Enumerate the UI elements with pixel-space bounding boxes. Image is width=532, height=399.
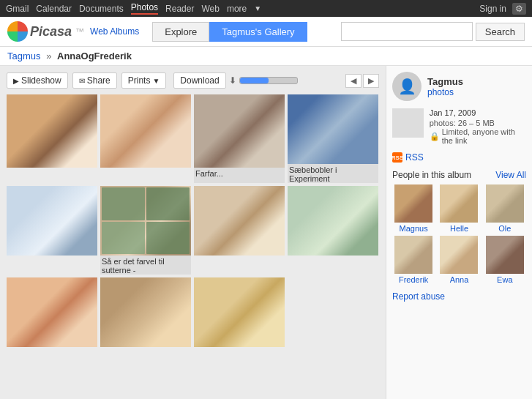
prints-button[interactable]: Prints ▼ — [121, 72, 167, 89]
photo-4[interactable] — [288, 94, 378, 164]
photo-8[interactable] — [288, 186, 378, 256]
search-input[interactable] — [341, 22, 473, 41]
people-header: People in this album View All — [392, 170, 526, 180]
person-ewa[interactable]: Ewa — [484, 236, 526, 284]
tab-explore[interactable]: Explore — [152, 22, 209, 42]
person-anna-thumb — [440, 236, 478, 274]
person-ole[interactable]: Ole — [484, 184, 526, 233]
person-anna[interactable]: Anna — [438, 236, 480, 284]
signin-link[interactable]: Sign in — [479, 4, 506, 14]
picasa-circle-icon — [7, 21, 28, 42]
download-area: Download ⬇ — [173, 72, 297, 89]
person-icon — [398, 78, 416, 95]
topbar-right: Sign in ⚙ — [479, 3, 526, 15]
photo-4-caption: Sæbebobler i Experiment — [288, 165, 378, 183]
nav-more[interactable]: more — [227, 4, 247, 14]
search-area: Search — [341, 22, 525, 41]
person-frederik-thumb — [394, 236, 432, 274]
breadcrumb-separator: » — [46, 51, 51, 61]
photo-2[interactable] — [100, 94, 191, 168]
person-ole-thumb — [486, 184, 524, 223]
prints-dropdown-arrow: ▼ — [152, 77, 160, 85]
download-button[interactable]: Download — [173, 72, 225, 89]
share-label: Share — [87, 75, 110, 86]
nav-next-button[interactable]: ▶ — [363, 74, 379, 88]
album-date: Jan 17, 2009 — [430, 108, 526, 117]
report-abuse-link[interactable]: Report abuse — [392, 291, 526, 302]
photo-3-container: Farfar... — [194, 94, 285, 183]
rss-label: RSS — [405, 152, 424, 163]
slideshow-button[interactable]: Slideshow — [7, 72, 68, 89]
download-label: Download — [180, 75, 219, 86]
nav-reader[interactable]: Reader — [165, 4, 194, 14]
download-icon: ⬇ — [229, 75, 236, 86]
progress-bar-container — [239, 77, 298, 84]
album-thumbnail[interactable] — [392, 108, 424, 138]
people-section: People in this album View All Magnus Hel… — [392, 170, 526, 284]
photo-5[interactable] — [7, 186, 97, 256]
breadcrumb-parent[interactable]: Tagmus — [7, 51, 41, 61]
person-ole-name: Ole — [484, 224, 526, 233]
album-panel: Slideshow Share Prints ▼ Download ⬇ ◀ — [0, 66, 386, 399]
settings-icon[interactable]: ⚙ — [512, 3, 526, 15]
photo-3[interactable] — [194, 94, 285, 168]
person-magnus[interactable]: Magnus — [392, 184, 435, 233]
username: Tagmus — [427, 76, 463, 87]
share-button[interactable]: Share — [72, 72, 117, 89]
nav-more-arrow: ▼ — [254, 4, 261, 12]
person-ewa-thumb — [486, 236, 524, 274]
people-grid: Magnus Helle Ole Frederik Anna — [392, 184, 526, 284]
photo-6[interactable] — [100, 186, 191, 256]
user-avatar — [392, 72, 422, 101]
picasa-logo: Picasa ™ — [7, 21, 84, 42]
share-icon — [79, 75, 85, 86]
trademark: ™ — [75, 26, 84, 37]
nav-gmail[interactable]: Gmail — [6, 4, 29, 14]
picasa-text: Picasa — [30, 24, 72, 40]
nav-documents[interactable]: Documents — [79, 4, 124, 14]
progress-bar — [240, 78, 269, 83]
person-frederik-name: Frederik — [392, 275, 435, 284]
header: Picasa ™ Web Albums Explore Tagmus's Gal… — [0, 17, 532, 47]
album-privacy: 🔒 Limited, anyone with the link — [430, 127, 526, 145]
slideshow-icon — [13, 75, 19, 86]
tab-tagmus-gallery[interactable]: Tagmus's Gallery — [209, 22, 307, 42]
header-tabs: Explore Tagmus's Gallery — [152, 22, 307, 42]
album-size: photos: 26 – 5 MB — [430, 119, 526, 127]
nav-calendar[interactable]: Calendar — [36, 4, 72, 14]
person-helle[interactable]: Helle — [438, 184, 480, 233]
toolbar: Slideshow Share Prints ▼ Download ⬇ ◀ — [4, 70, 382, 93]
web-albums-link[interactable]: Web Albums — [90, 26, 139, 37]
topbar: Gmail Calendar Documents Photos Reader W… — [0, 0, 532, 17]
rss-icon: RSS — [392, 152, 402, 163]
photo-11[interactable] — [194, 277, 285, 347]
nav-prev-button[interactable]: ◀ — [345, 74, 361, 88]
person-magnus-name: Magnus — [392, 224, 435, 233]
photo-grid: Farfar... Sæbebobler i Experiment Så er … — [4, 93, 382, 348]
person-anna-name: Anna — [438, 275, 480, 284]
person-helle-thumb — [440, 184, 478, 223]
user-details: Tagmus photos — [427, 76, 463, 97]
person-ewa-name: Ewa — [484, 275, 526, 284]
person-frederik[interactable]: Frederik — [392, 236, 435, 284]
breadcrumb-current: AnnaOgFrederik — [57, 51, 132, 61]
nav-arrows: ◀ ▶ — [345, 74, 379, 88]
album-info: Jan 17, 2009 photos: 26 – 5 MB 🔒 Limited… — [392, 108, 526, 145]
album-details: Jan 17, 2009 photos: 26 – 5 MB 🔒 Limited… — [430, 108, 526, 145]
photo-10[interactable] — [100, 277, 191, 347]
search-button[interactable]: Search — [476, 23, 525, 41]
photo-3-caption: Farfar... — [194, 169, 285, 178]
view-all-link[interactable]: View All — [495, 170, 526, 180]
photo-7[interactable] — [194, 186, 285, 256]
people-title: People in this album — [392, 170, 471, 180]
person-magnus-thumb — [394, 184, 432, 223]
rss-link[interactable]: RSS RSS — [392, 152, 526, 163]
nav-web[interactable]: Web — [201, 4, 219, 14]
user-photos-link[interactable]: photos — [427, 87, 454, 97]
right-panel: Tagmus photos Jan 17, 2009 photos: 26 – … — [386, 66, 532, 399]
photo-9[interactable] — [7, 277, 97, 347]
nav-photos[interactable]: Photos — [131, 2, 158, 15]
user-info: Tagmus photos — [392, 72, 526, 101]
photo-6-container: Så er det farvel til sutterne - — [100, 186, 191, 275]
photo-1[interactable] — [7, 94, 97, 168]
